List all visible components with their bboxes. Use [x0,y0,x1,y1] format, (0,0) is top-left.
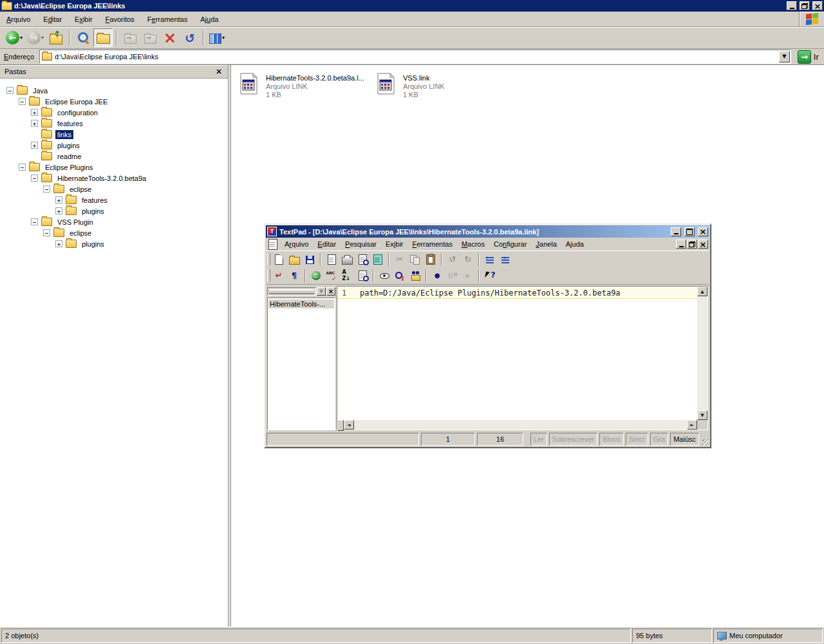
tree-expander-icon[interactable]: − [6,87,14,94]
document-icon[interactable] [268,239,277,250]
search-button[interactable] [73,28,93,47]
copy-button[interactable] [407,252,423,267]
up-button[interactable] [46,28,66,47]
menu-pesquisar[interactable]: Pesquisar [341,238,381,250]
file-tile-vss-link[interactable]: VSS.linkArquivo LINK1 KB [375,73,445,99]
record-macro-button[interactable] [429,268,445,283]
menu-ferramentas[interactable]: Ferramentas [141,14,194,25]
menu-ajuda[interactable]: Ajuda [561,238,588,250]
replace-button[interactable] [392,268,407,283]
compare-button[interactable] [355,268,370,283]
undo-button[interactable] [445,252,460,267]
selector-close-button[interactable]: × [326,287,335,296]
menu-arquivo[interactable]: Arquivo [280,238,313,250]
tree-item-eclipse-europa-jee[interactable]: −Eclipse Europa JEE [5,96,228,107]
mdi-close-button[interactable] [698,240,708,249]
restore-button[interactable] [800,1,810,10]
views-button[interactable]: ▾ [207,28,227,47]
redo-button[interactable] [460,252,476,267]
paste-button[interactable] [423,252,438,267]
scroll-up-button[interactable]: ▲ [697,287,707,296]
tree-item-java[interactable]: −Java [5,85,228,96]
tree-expander-icon[interactable]: − [31,175,38,182]
tree-expander-icon[interactable]: − [19,98,26,105]
tree-expander-icon[interactable]: + [31,109,38,116]
tree-item-eclipse-plugins[interactable]: −Eclipse Plugins [5,162,228,173]
editor-current-line[interactable]: 1 path=D:/Java/Eclipse Plugins/Hibernate… [337,287,697,299]
mdi-restore-button[interactable] [687,240,697,249]
tree-item-plugins[interactable]: +plugins [5,140,228,151]
preview-button[interactable] [355,252,370,267]
save-button[interactable] [302,252,317,267]
tree-item-plugins[interactable]: +plugins [5,238,228,249]
close-button[interactable] [812,1,823,10]
tree-expander-icon[interactable]: − [43,185,50,193]
print-doc-button[interactable] [324,252,339,267]
tree-expander-icon[interactable]: + [55,240,62,247]
web-browser-button[interactable] [308,268,324,283]
indent-button[interactable] [498,252,513,267]
outdent-button[interactable] [482,252,498,267]
menu-exibir[interactable]: Exibir [68,14,99,25]
menu-exibir[interactable]: Exibir [381,238,408,250]
tree-item-eclipse[interactable]: −eclipse [5,184,228,194]
forward-button[interactable]: ▾ [25,28,46,47]
tree-item-features[interactable]: +features [5,118,228,129]
play-macro-button[interactable] [460,268,476,283]
tree-item-links[interactable]: links [5,129,228,140]
tree-item-configuration[interactable]: +configuration [5,107,228,118]
vertical-scrollbar[interactable]: ▲ ▼ [697,287,707,420]
tree-expander-icon[interactable]: + [31,120,38,127]
tree-item-features[interactable]: +features [5,194,228,205]
folders-panel-close-button[interactable]: × [214,67,223,76]
scroll-left-button[interactable]: ◄ [344,420,354,430]
textpad-minimize-button[interactable] [671,227,681,236]
tree-expander-icon[interactable]: + [55,207,62,214]
folders-button[interactable] [93,28,113,47]
copy-to-button[interactable] [140,28,160,47]
menu-macros[interactable]: Macros [457,238,489,250]
menu-ferramentas[interactable]: Ferramentas [408,238,457,250]
go-button[interactable]: Ir [794,50,822,64]
cut-button[interactable] [392,252,407,267]
scrollbar-track[interactable] [354,420,687,430]
tree-item-readme[interactable]: readme [5,151,228,162]
menu-ajuda[interactable]: Ajuda [194,14,225,25]
menu-favoritos[interactable]: Favoritos [99,14,141,25]
formatting-marks-button[interactable] [286,268,302,283]
mdi-minimize-button[interactable] [676,240,686,249]
open-button[interactable] [286,252,302,267]
tree-item-eclipse[interactable]: −eclipse [5,227,228,238]
sort-button[interactable] [339,268,355,283]
context-help-button[interactable] [482,268,498,283]
find-in-files-button[interactable] [407,268,423,283]
scroll-down-button[interactable]: ▼ [697,410,707,420]
view-doc-button[interactable] [377,268,392,283]
move-to-button[interactable] [120,28,140,47]
undo-button[interactable] [180,28,200,47]
horizontal-scrollbar[interactable]: ◄ ► [344,420,697,430]
tree-item-plugins[interactable]: +plugins [5,205,228,216]
address-input[interactable]: d:\Java\Eclipse Europa JEE\links ▼ [39,50,791,64]
tree-item-hibernatetools-3-2-0-beta9a[interactable]: −HibernateTools-3.2.0.beta9a [5,173,228,184]
new-button[interactable] [271,252,286,267]
menu-configurar[interactable]: Configurar [489,238,531,250]
menu-editar[interactable]: Editar [313,238,341,250]
menu-arquivo[interactable]: Arquivo [0,14,37,25]
address-dropdown-button[interactable]: ▼ [779,51,790,62]
view-output-button[interactable] [370,252,386,267]
tree-item-vss-plugin[interactable]: −VSS Plugin [5,216,228,227]
spell-check-button[interactable] [324,268,339,283]
menu-editar[interactable]: Editar [37,14,68,25]
textpad-titlebar[interactable]: TextPad - [D:\Java\Eclipse Europa JEE\li… [266,225,709,238]
tree-expander-icon[interactable]: − [43,229,50,236]
scroll-right-button[interactable]: ► [687,420,697,430]
back-button[interactable]: ▾ [4,28,24,47]
print-button[interactable] [339,252,355,267]
selector-dropdown-button[interactable]: ▼ [317,287,326,296]
textpad-close-button[interactable] [698,227,708,236]
tree-expander-icon[interactable]: − [31,218,38,225]
file-tile-hibernatetools-3-2-0-beta9a-l[interactable]: HibernateTools-3.2.0.beta9a.l...Arquivo … [238,73,364,99]
resize-grip[interactable] [701,433,709,446]
word-wrap-button[interactable] [271,268,286,283]
